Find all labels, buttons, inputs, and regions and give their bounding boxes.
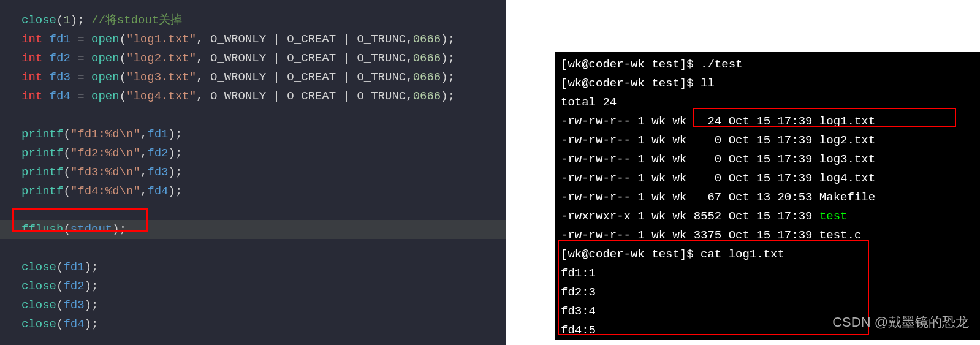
terminal-line: [wk@coder-wk test]$ cat log1.txt [561, 245, 974, 264]
terminal-line: -rw-rw-r-- 1 wk wk 3375 Oct 15 17:39 tes… [561, 226, 974, 245]
code-line: int fd2 = open("log2.txt", O_WRONLY | O_… [21, 49, 484, 68]
code-line: int fd1 = open("log1.txt", O_WRONLY | O_… [21, 30, 484, 49]
terminal-line: -rw-rw-r-- 1 wk wk 24 Oct 15 17:39 log1.… [561, 112, 974, 131]
code-line: printf("fd2:%d\n",fd2); [21, 144, 484, 163]
terminal-line: [wk@coder-wk test]$ ./test [561, 55, 974, 74]
code-line: close(1); //将stdout关掉 [21, 11, 484, 30]
terminal-output: fd2:3 [561, 283, 974, 302]
code-line: printf("fd3:%d\n",fd3); [21, 163, 484, 182]
code-line: int fd3 = open("log3.txt", O_WRONLY | O_… [21, 68, 484, 87]
code-blank-line [21, 106, 484, 125]
terminal-line: -rw-rw-r-- 1 wk wk 0 Oct 15 17:39 log4.t… [561, 169, 974, 188]
code-line: close(fd1); [21, 258, 484, 277]
executable-file: test [819, 210, 848, 223]
code-line: printf("fd4:%d\n",fd4); [21, 182, 484, 201]
code-line: printf("fd1:%d\n",fd1); [21, 125, 484, 144]
code-editor[interactable]: close(1); //将stdout关掉 int fd1 = open("lo… [0, 0, 506, 345]
watermark: CSDN @戴墨镜的恐龙 [832, 313, 969, 332]
code-blank-line [21, 201, 484, 220]
terminal-line: -rw-rw-r-- 1 wk wk 67 Oct 13 20:53 Makef… [561, 188, 974, 207]
code-line: close(fd3); [21, 296, 484, 315]
terminal[interactable]: [wk@coder-wk test]$ ./test [wk@coder-wk … [555, 52, 980, 340]
code-line: int fd4 = open("log4.txt", O_WRONLY | O_… [21, 87, 484, 106]
terminal-line: -rw-rw-r-- 1 wk wk 0 Oct 15 17:39 log3.t… [561, 150, 974, 169]
code-line: close(fd4); [21, 315, 484, 334]
terminal-output: fd1:1 [561, 264, 974, 283]
terminal-line: total 24 [561, 93, 974, 112]
terminal-line: -rw-rw-r-- 1 wk wk 0 Oct 15 17:39 log2.t… [561, 131, 974, 150]
code-line-highlighted: fflush(stdout); [0, 220, 506, 239]
terminal-line: [wk@coder-wk test]$ ll [561, 74, 974, 93]
code-blank-line [21, 239, 484, 258]
terminal-line: -rwxrwxr-x 1 wk wk 8552 Oct 15 17:39 tes… [561, 207, 974, 226]
code-line: close(fd2); [21, 277, 484, 296]
